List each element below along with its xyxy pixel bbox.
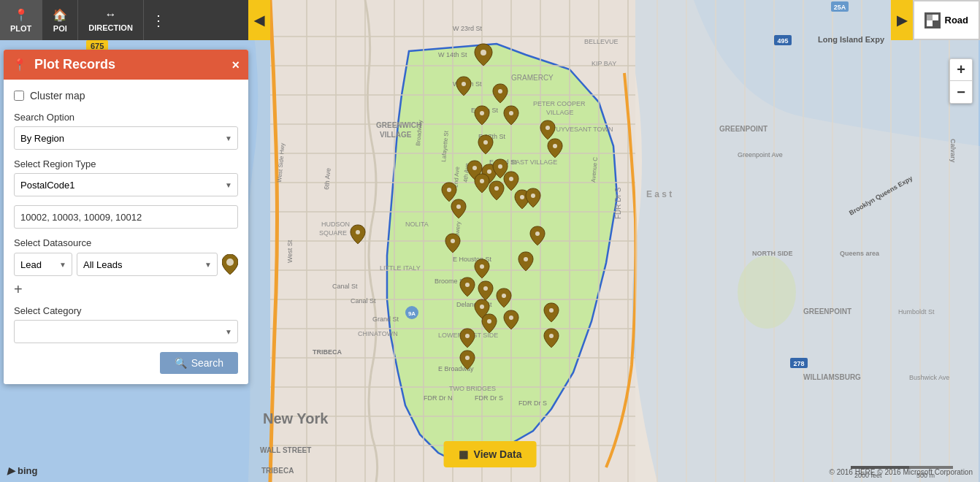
svg-point-135: [483, 286, 488, 291]
svg-text:WALL STREET: WALL STREET: [260, 446, 311, 454]
svg-text:GREENWICH: GREENWICH: [376, 121, 421, 129]
cluster-checkbox[interactable]: [14, 91, 24, 101]
svg-text:9A: 9A: [408, 310, 416, 317]
svg-text:Calvary: Calvary: [949, 139, 957, 163]
svg-point-143: [465, 356, 470, 360]
postal-codes-input[interactable]: [14, 205, 238, 229]
svg-text:BELLEVUE: BELLEVUE: [584, 38, 619, 45]
svg-text:CHINATOWN: CHINATOWN: [358, 330, 398, 337]
region-type-wrapper: PostalCode1 PostalCode2 City State ▼: [14, 173, 238, 196]
svg-point-130: [356, 230, 360, 234]
svg-point-137: [480, 305, 484, 309]
map-copyright: © 2016 HERE © 2016 Microsoft Corporation: [830, 468, 973, 476]
svg-text:TRIBECA: TRIBECA: [261, 467, 294, 475]
svg-point-114: [480, 111, 484, 115]
region-type-select[interactable]: PostalCode1 PostalCode2 City State: [14, 173, 238, 196]
svg-text:GRAMERCY: GRAMERCY: [511, 74, 554, 82]
svg-text:NORTH SIDE: NORTH SIDE: [752, 250, 793, 257]
svg-text:New York: New York: [263, 410, 329, 426]
svg-text:SQUARE: SQUARE: [319, 229, 347, 237]
svg-point-125: [553, 144, 557, 148]
svg-text:VILLAGE: VILLAGE: [380, 131, 412, 139]
add-datasource-btn[interactable]: +: [14, 282, 238, 297]
svg-text:W 14th St: W 14th St: [438, 51, 467, 58]
svg-text:NOLITA: NOLITA: [405, 221, 429, 228]
svg-text:278: 278: [793, 360, 804, 367]
search-option-label: Search Option: [14, 112, 238, 123]
category-wrapper: ▼: [14, 320, 238, 343]
datasource-filter-select[interactable]: All Leads My Leads Active Leads: [77, 253, 218, 276]
svg-point-123: [509, 177, 513, 181]
svg-text:STUYVESANT TOWN: STUYVESANT TOWN: [548, 126, 613, 133]
direction-label: DIRECTION: [88, 23, 133, 32]
svg-point-127: [535, 232, 540, 236]
svg-point-129: [447, 188, 451, 192]
svg-point-116: [545, 126, 550, 130]
nav-arrow-left[interactable]: ◀: [248, 0, 270, 40]
zoom-out-btn[interactable]: −: [950, 81, 972, 103]
svg-text:TWO BRIDGES: TWO BRIDGES: [449, 385, 496, 392]
search-option-wrapper: By Region By Address By Coordinates ▼: [14, 126, 238, 150]
svg-point-131: [451, 239, 455, 243]
bing-label: bing: [18, 465, 37, 476]
svg-point-120: [498, 164, 502, 169]
svg-point-128: [456, 204, 461, 209]
cluster-row: Cluster map: [14, 90, 238, 102]
svg-text:495: 495: [777, 37, 788, 45]
svg-text:25A: 25A: [834, 4, 846, 11]
plot-label: PLOT: [10, 24, 31, 33]
road-label: Road: [945, 15, 969, 26]
search-option-select[interactable]: By Region By Address By Coordinates: [14, 126, 238, 150]
datasource-label: Select Datasource: [14, 237, 238, 248]
svg-text:West St: West St: [286, 240, 294, 263]
direction-icon: ↔: [105, 8, 117, 21]
search-button[interactable]: 🔍 Search: [160, 352, 238, 374]
svg-point-126: [531, 194, 535, 198]
road-icon: [925, 12, 941, 28]
view-data-btn[interactable]: ▦ View Data: [444, 441, 537, 467]
svg-point-136: [502, 294, 506, 298]
svg-text:HUDSON: HUDSON: [321, 221, 350, 228]
datasource-type-select[interactable]: Lead Contact Account: [14, 253, 72, 276]
panel: 📍 Plot Records × Cluster map Search Opti…: [4, 50, 248, 384]
category-select[interactable]: [14, 320, 238, 343]
svg-text:FDR Dr S: FDR Dr S: [614, 187, 622, 219]
more-btn[interactable]: ⋮: [144, 12, 173, 29]
svg-text:VILLAGE: VILLAGE: [546, 109, 574, 116]
datasource-filter-wrapper: All Leads My Leads Active Leads ▼: [77, 253, 218, 276]
toolbar: 📍 PLOT 🏠 POI ↔ DIRECTION ⋮: [0, 0, 248, 40]
poi-icon: 🏠: [53, 8, 67, 22]
svg-text:Canal St: Canal St: [332, 283, 358, 290]
svg-text:Bushwick Ave: Bushwick Ave: [909, 374, 949, 381]
svg-point-121: [480, 179, 484, 183]
view-data-icon: ▦: [459, 448, 468, 460]
poi-btn[interactable]: 🏠 POI: [42, 0, 78, 40]
road-btn[interactable]: Road: [913, 0, 981, 40]
svg-text:EAST VILLAGE: EAST VILLAGE: [511, 158, 557, 166]
view-data-label: View Data: [474, 448, 522, 460]
bing-logo: ▶ bing: [7, 465, 37, 476]
plot-icon: 📍: [14, 8, 28, 22]
zoom-in-btn[interactable]: +: [950, 59, 972, 81]
svg-text:FDR Dr S: FDR Dr S: [518, 399, 547, 407]
svg-point-144: [226, 259, 234, 266]
nav-arrow-right[interactable]: ▶: [891, 0, 913, 40]
svg-text:GREENPOINT: GREENPOINT: [719, 125, 767, 133]
direction-btn[interactable]: ↔ DIRECTION: [78, 0, 144, 40]
bing-icon: ▶: [7, 465, 15, 476]
panel-title: Plot Records: [34, 57, 224, 72]
svg-point-122: [494, 186, 499, 191]
svg-point-134: [465, 283, 470, 287]
svg-text:E a s t: E a s t: [646, 189, 672, 199]
svg-text:TRIBECA: TRIBECA: [313, 348, 342, 356]
category-label: Select Category: [14, 305, 238, 316]
svg-text:GREENPOINT: GREENPOINT: [803, 307, 851, 315]
svg-point-119: [487, 169, 491, 174]
svg-point-132: [524, 257, 528, 261]
svg-point-141: [465, 334, 470, 338]
zoom-controls: + −: [949, 58, 973, 104]
svg-point-112: [462, 82, 466, 86]
svg-point-118: [472, 166, 477, 170]
plot-btn[interactable]: 📍 PLOT: [0, 0, 42, 40]
panel-close-btn[interactable]: ×: [231, 58, 240, 72]
